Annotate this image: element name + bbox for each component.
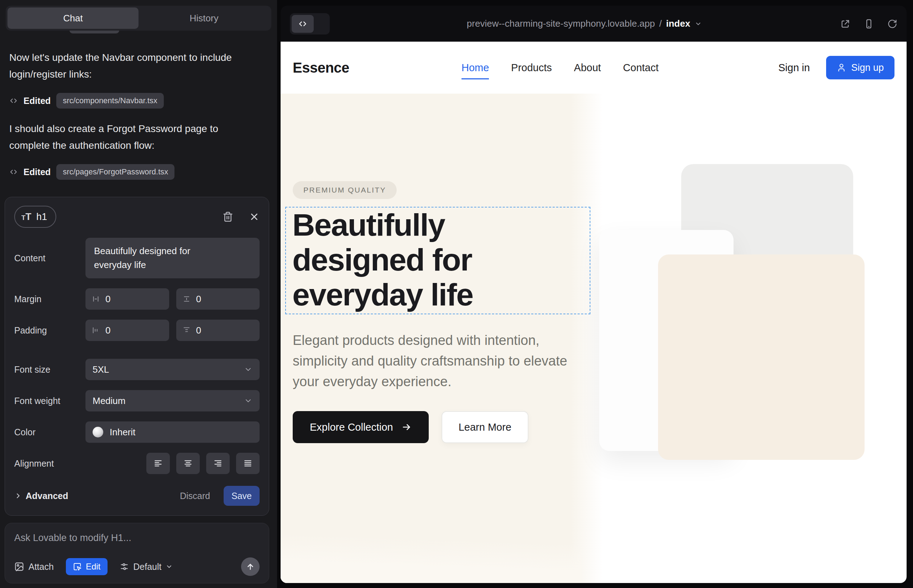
padding-y-input[interactable]: 0 xyxy=(176,320,260,341)
padding-x-input[interactable]: 0 xyxy=(86,320,169,341)
send-button[interactable] xyxy=(241,557,260,576)
chat-message: Now let's update the Navbar component to… xyxy=(9,49,244,82)
advanced-toggle[interactable]: Advanced xyxy=(14,491,68,501)
composer-input[interactable]: Ask Lovable to modify H1... xyxy=(14,533,260,543)
color-select[interactable]: Inherit xyxy=(86,422,260,443)
edit-action-label: Edited xyxy=(24,167,50,177)
mobile-icon[interactable] xyxy=(864,19,874,29)
align-center-button[interactable] xyxy=(176,453,200,474)
view-toggle xyxy=(290,13,330,34)
frame-actions xyxy=(840,19,897,29)
arrow-right-icon xyxy=(401,422,412,432)
align-left-button[interactable] xyxy=(146,453,170,474)
url-page: index xyxy=(666,18,690,29)
lovable-app: Chat History Now let's update the Navbar… xyxy=(0,0,913,588)
margin-x-input[interactable]: 0 xyxy=(86,288,169,310)
chat-messages[interactable]: Now let's update the Navbar component to… xyxy=(9,49,264,192)
content-input[interactable]: Beautifully designed for everyday life xyxy=(86,238,260,278)
selected-element-tag[interactable]: TT h1 xyxy=(14,206,56,228)
element-inspector-panel: TT h1 Content Beautifully designed for e… xyxy=(5,197,269,516)
color-swatch xyxy=(92,427,103,438)
text-icon: TT xyxy=(21,212,31,223)
code-icon xyxy=(9,97,18,105)
default-settings-icon xyxy=(120,562,129,571)
learn-more-button[interactable]: Learn More xyxy=(442,411,528,443)
tag-name: h1 xyxy=(36,212,47,223)
sign-up-button[interactable]: Sign up xyxy=(826,56,895,79)
file-edit-row[interactable]: Edited src/pages/ForgotPassword.tsx xyxy=(9,163,264,181)
preview-panel: preview--charming-site-symphony.lovable.… xyxy=(277,0,913,588)
alignment-row: Alignment xyxy=(14,453,260,474)
sign-in-link[interactable]: Sign in xyxy=(779,62,810,74)
attach-button[interactable]: Attach xyxy=(14,562,54,572)
margin-label: Margin xyxy=(14,294,86,304)
align-justify-button[interactable] xyxy=(236,453,260,474)
chevron-down-icon xyxy=(244,365,253,374)
url-separator: / xyxy=(659,18,662,29)
edited-file-path[interactable]: src/components/Navbar.tsx xyxy=(56,93,163,108)
content-row: Content Beautifully designed for everyda… xyxy=(14,238,260,278)
font-size-select[interactable]: 5XL xyxy=(86,359,260,380)
code-icon xyxy=(9,168,18,176)
delete-element-button[interactable] xyxy=(223,212,233,222)
hero-headline: Beautifully designed for everyday life xyxy=(292,207,583,312)
refresh-icon[interactable] xyxy=(887,19,897,29)
align-right-button[interactable] xyxy=(206,453,230,474)
decor-cream-shape xyxy=(658,255,864,460)
preview-toolbar: preview--charming-site-symphony.lovable.… xyxy=(281,6,907,42)
code-view-button[interactable] xyxy=(291,15,314,33)
margin-y-input[interactable]: 0 xyxy=(176,288,260,310)
padding-label: Padding xyxy=(14,325,86,336)
align-justify-icon xyxy=(243,459,253,468)
edit-mode-button[interactable]: Edit xyxy=(66,558,108,575)
font-weight-row: Font weight Medium xyxy=(14,390,260,412)
chat-message: I should also create a Forgot Password p… xyxy=(9,120,244,154)
font-size-row: Font size 5XL xyxy=(14,359,260,380)
edited-file-path[interactable]: src/pages/ForgotPassword.tsx xyxy=(56,164,175,180)
url-breadcrumb[interactable]: preview--charming-site-symphony.lovable.… xyxy=(467,18,702,29)
margin-vertical-icon xyxy=(183,295,191,303)
composer-toolbar: Attach Edit Default xyxy=(14,557,260,576)
alignment-label: Alignment xyxy=(14,459,86,469)
site-brand[interactable]: Essence xyxy=(293,60,349,76)
file-edit-row[interactable]: Edited src/components/Navbar.tsx xyxy=(9,92,264,110)
tab-chat[interactable]: Chat xyxy=(8,8,139,29)
edit-action-label: Edited xyxy=(24,96,50,106)
content-label: Content xyxy=(14,253,86,263)
save-button[interactable]: Save xyxy=(223,486,260,506)
font-size-label: Font size xyxy=(14,365,86,375)
site-preview: Essence Home Products About Contact Sign… xyxy=(281,42,907,583)
url-host: preview--charming-site-symphony.lovable.… xyxy=(467,18,655,29)
explore-collection-button[interactable]: Explore Collection xyxy=(293,411,429,443)
margin-horizontal-icon xyxy=(92,295,100,303)
default-model-select[interactable]: Default xyxy=(120,562,173,572)
external-link-icon[interactable] xyxy=(840,19,850,29)
margin-row: Margin 0 0 xyxy=(14,288,260,310)
nav-link-home[interactable]: Home xyxy=(461,62,489,74)
hero-description: Elegant products designed with intention… xyxy=(293,330,592,392)
tab-history[interactable]: History xyxy=(139,8,270,29)
align-center-icon xyxy=(183,459,193,468)
hero-cta-buttons: Explore Collection Learn More xyxy=(293,411,528,443)
font-weight-select[interactable]: Medium xyxy=(86,390,260,412)
hero-section: PREMIUM QUALITY Beautifully designed for… xyxy=(281,94,907,583)
browser-frame: preview--charming-site-symphony.lovable.… xyxy=(281,6,907,583)
chat-history-tabs: Chat History xyxy=(6,6,271,31)
nav-link-contact[interactable]: Contact xyxy=(623,62,659,74)
attach-icon xyxy=(14,562,24,572)
align-right-icon xyxy=(213,459,223,468)
font-weight-label: Font weight xyxy=(14,396,86,406)
align-left-icon xyxy=(154,459,163,468)
selected-h1-element[interactable]: Beautifully designed for everyday life xyxy=(285,207,590,314)
close-icon[interactable] xyxy=(249,212,260,222)
nav-auth-actions: Sign in Sign up xyxy=(779,56,895,79)
chat-panel: Chat History Now let's update the Navbar… xyxy=(0,0,277,588)
chat-composer: Ask Lovable to modify H1... Attach Edit … xyxy=(5,523,269,583)
nav-link-about[interactable]: About xyxy=(574,62,601,74)
send-icon xyxy=(246,562,255,571)
premium-quality-badge: PREMIUM QUALITY xyxy=(293,181,397,199)
nav-link-products[interactable]: Products xyxy=(511,62,552,74)
padding-row: Padding 0 0 xyxy=(14,320,260,341)
color-label: Color xyxy=(14,427,86,438)
discard-button[interactable]: Discard xyxy=(180,491,210,501)
